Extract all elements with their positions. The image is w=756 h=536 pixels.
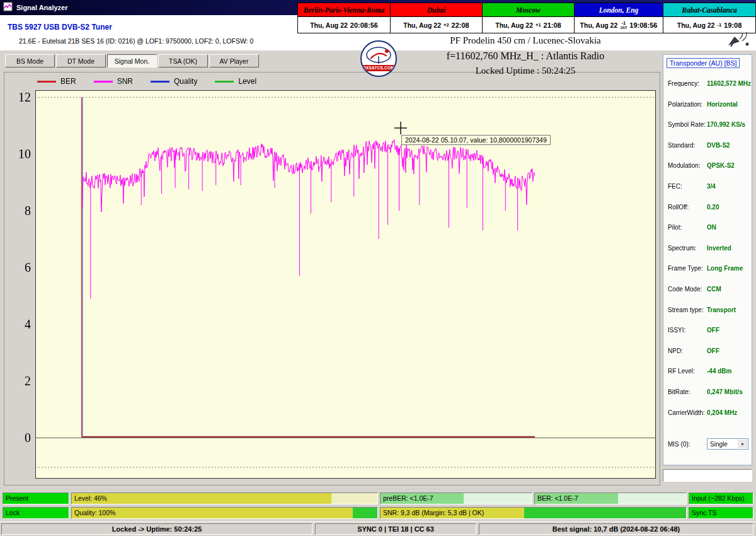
bar-fill (72, 493, 377, 504)
bar-label: Quality: 100% (74, 509, 115, 516)
offset-value: +2 (444, 23, 449, 28)
status-bar: Locked -> Uptime: 50:24:25SYNC 0 | TEI 1… (0, 521, 756, 536)
clock-time-value: Thu, Aug 22+222:08 (391, 17, 482, 33)
mis-row: MIS (0): Single ▼ (668, 438, 751, 451)
legend-item-quality: Quality (151, 77, 197, 86)
transponder-row: RollOff:0.20 (668, 204, 750, 224)
progress-bar-level: Level: 46% (71, 492, 378, 504)
progress-bar-ber: BER: <1.0E-7 (534, 492, 687, 504)
status-bars-row2: LockQuality: 100%SNR: 9,3 dB (Margin: 5,… (3, 507, 753, 519)
bar-label: Lock (6, 509, 20, 516)
transponder-value: 11602,572 MHz (707, 80, 751, 87)
clock-time-value: Thu, Aug 22-1JST19:08:56 (575, 17, 663, 33)
transponder-row: Polarization:Horizontal (668, 101, 750, 122)
chart-tooltip: 2024-08-22 05.10.07, value: 10,800000190… (401, 135, 551, 145)
bar-label: SNR: 9,3 dB (Margin: 5,3 dB | OK) (383, 509, 484, 516)
transponder-label: Frequency: (668, 80, 699, 87)
clock-day: Thu, Aug 22 (677, 21, 715, 29)
world-clocks: Berlin-Paris-Vienna-RomaThu, Aug 2220:08… (297, 3, 756, 33)
transponder-value: ON (707, 224, 716, 231)
dxsatcs-logo: DXSATCS.COM (360, 40, 398, 78)
clock-city-label: London, Eng (575, 3, 663, 17)
transponder-row: Stream type:Transport (668, 306, 750, 327)
transponder-label: RollOff: (668, 204, 689, 211)
bar-segment (331, 493, 377, 504)
statusbar-cell-2: Best signal: 10,7 dB (2024-08-22 06:48) (479, 523, 753, 535)
mis-selected-value: Single (710, 441, 728, 448)
statusbar-cell-0: Locked -> Uptime: 50:24:25 (1, 523, 312, 535)
tab-tsa-ok-[interactable]: TSA (OK) (158, 54, 208, 67)
clock-hms: 22:08 (452, 21, 469, 29)
transponder-row: Spectrum:Inverted (668, 245, 750, 265)
bar-label: Input (~282 Kbps) (692, 494, 745, 502)
frequency-title: f=11602,760 MHz_H_ : Atlantis Radio (389, 50, 662, 62)
signal-chart-panel: BERSNRQualityLevel 2024-08-22 05.10.07, … (4, 72, 660, 486)
legend-swatch (37, 81, 56, 83)
legend-item-snr: SNR (94, 77, 133, 86)
legend-swatch (94, 81, 113, 83)
clock-hms: 19:08 (724, 21, 742, 29)
legend-label: SNR (117, 77, 133, 86)
transponder-rows: Frequency:11602,572 MHzPolarization:Hori… (668, 80, 750, 429)
clock-hms: 19:08:56 (629, 21, 657, 29)
clock-time-value: Thu, Aug 22-119:08 (663, 17, 755, 33)
mis-select[interactable]: Single ▼ (707, 438, 748, 450)
legend-label: Level (238, 77, 256, 86)
tab-av-player[interactable]: AV Player (209, 54, 259, 67)
clock-column-4: Rabat-CasablancaThu, Aug 22-119:08 (663, 3, 755, 33)
transponder-value: 170,992 KS/s (707, 121, 745, 128)
transponder-row: BitRate:0,247 Mbit/s (668, 388, 750, 409)
transponder-label: Code Mode: (668, 286, 702, 293)
transponder-label: Pilot: (668, 224, 682, 231)
tab-dt-mode[interactable]: DT Mode (56, 54, 106, 67)
transponder-value: 3/4 (707, 183, 716, 190)
progress-bar-quality: Quality: 100% (71, 507, 378, 519)
clock-column-0: Berlin-Paris-Vienna-RomaThu, Aug 2220:08… (298, 3, 391, 33)
transponder-label: BitRate: (668, 388, 690, 395)
satellite-dish-icon (724, 32, 751, 50)
clock-city-label: Berlin-Paris-Vienna-Roma (298, 3, 390, 17)
bar-label: Sync TS (692, 509, 717, 516)
tuner-details: 21.6E - Eutelsat 21B SES 16 (ID: 0216) @… (19, 37, 253, 45)
bar-segment (353, 508, 377, 518)
dish-location: PF Prodelin 450 cm / Lucenec-Slovakia (389, 35, 662, 46)
legend-item-ber: BER (37, 77, 76, 86)
clock-column-2: MoscowThu, Aug 22+121:08 (483, 3, 575, 33)
transponder-label: Frame Type: (668, 265, 703, 272)
transponder-row: Frame Type:Long Frame (668, 265, 750, 286)
window-title: Signal Analyzer (16, 4, 68, 11)
transponder-label: Spectrum: (668, 245, 697, 252)
clock-day: Thu, Aug 22 (580, 21, 618, 29)
panel-footer-box (663, 469, 752, 482)
progress-bar-present: Present (3, 492, 69, 504)
transponder-row: CarrierWidth:0,204 MHz (668, 409, 750, 430)
clock-hms: 21:08 (544, 21, 561, 29)
transponder-header: Transponder (AU) [BS] (667, 58, 740, 68)
transponder-value: 0,247 Mbit/s (707, 388, 743, 395)
progress-bar-snr: SNR: 9,3 dB (Margin: 5,3 dB | OK) (380, 507, 687, 519)
tuner-name: TBS 5927 USB DVB-S2 Tuner (8, 23, 112, 32)
tab-signal-mon-[interactable]: Signal Mon. (107, 54, 157, 67)
transponder-value: Inverted (707, 245, 731, 252)
bar-segment (618, 493, 686, 504)
chevron-down-icon[interactable]: ▼ (738, 440, 747, 448)
transponder-label: Standard: (668, 142, 695, 149)
transponder-value: 0.20 (707, 204, 719, 211)
logo-circle: DXSATCS.COM (360, 40, 397, 77)
signal-chart-canvas[interactable] (4, 73, 660, 485)
transponder-row: Pilot:ON (668, 224, 750, 245)
transponder-label: CarrierWidth: (668, 409, 705, 416)
legend-swatch (215, 81, 234, 83)
bar-segment (524, 508, 686, 518)
progress-bar-lock: Lock (3, 507, 69, 519)
statusbar-cell-1: SYNC 0 | TEI 18 | CC 63 (315, 523, 476, 535)
transponder-value: Transport (707, 306, 736, 313)
bar-segment (464, 493, 532, 504)
clock-day: Thu, Aug 22 (310, 21, 348, 29)
clock-utc-offset: +1 (536, 23, 541, 28)
transponder-row: Frequency:11602,572 MHz (668, 80, 750, 101)
transponder-value: -44 dBm (707, 368, 731, 375)
tab-bs-mode[interactable]: BS Mode (5, 54, 55, 67)
bar-label: preBER: <1.0E-7 (383, 494, 433, 502)
transponder-row: RF Level:-44 dBm (668, 368, 750, 388)
